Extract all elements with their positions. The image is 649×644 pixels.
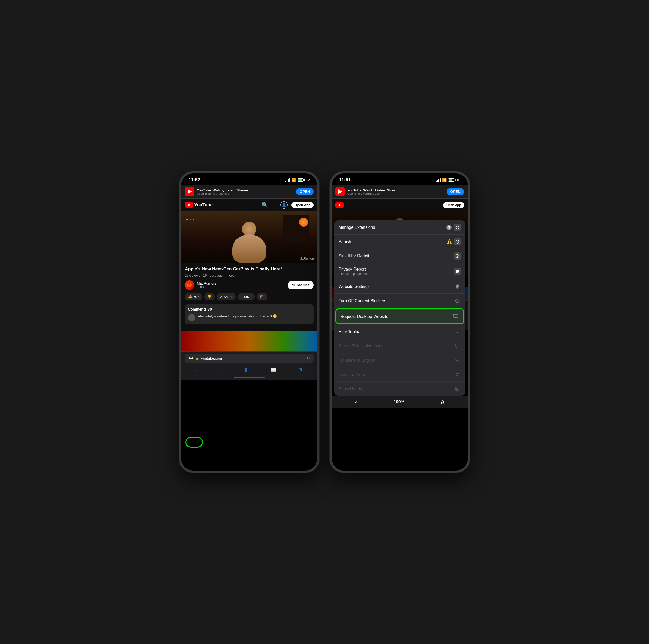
dropdown-menu: Manage Extensions 3 <box>334 220 465 396</box>
dislike-button[interactable]: 👎 <box>204 293 215 300</box>
menu-item-label-show-reader: Show Reader <box>339 386 454 391</box>
share-button[interactable]: ↗ Share <box>217 293 236 300</box>
menu-item-label-sink-it: Sink It for Reddit <box>339 253 454 258</box>
menu-item-manage-extensions[interactable]: Manage Extensions 3 <box>334 220 465 235</box>
dynamic-island <box>235 176 263 183</box>
menu-item-label-banish: Banish <box>339 239 446 244</box>
video-person-bg: MaRumors <box>181 211 317 263</box>
wifi-icon-2: 📶 <box>442 178 446 182</box>
svg-text:文: 文 <box>457 360 460 362</box>
address-bar-1[interactable]: AA 🔒 youtube.com ↻ <box>185 354 314 363</box>
action-row: 👍 797 👎 ↗ Share + Save 🚩 <box>185 293 314 300</box>
aa-button-1[interactable]: AA <box>188 356 193 360</box>
open-button-2[interactable]: OPEN <box>446 188 464 195</box>
menu-item-label-manage-extensions: Manage Extensions <box>339 225 446 230</box>
yt-logo-text: YouTube <box>194 202 213 208</box>
url-text-1: youtube.com <box>201 356 304 360</box>
open-app-bg[interactable]: Open App <box>443 202 464 208</box>
battery-pct-1: 82 <box>307 178 310 182</box>
hide-toolbar-icon <box>454 328 461 335</box>
status-time-1: 11:52 <box>188 177 200 182</box>
yt-logo: YouTube <box>185 202 213 208</box>
svg-rect-19 <box>456 374 458 376</box>
extensions-badge: 3 <box>446 225 452 230</box>
menu-item-label-translate: Translate to English <box>339 358 454 363</box>
comment-item: Absolutely murdered the pronunciation of… <box>188 314 310 321</box>
yt-play-icon <box>188 203 190 207</box>
menu-item-content-blockers[interactable]: Turn Off Content Blockers <box>334 294 465 308</box>
svg-rect-16 <box>456 344 459 347</box>
video-title: Apple's New Next-Gen CarPlay is Finally … <box>185 266 314 272</box>
commenter-avatar <box>188 314 195 321</box>
font-large-label[interactable]: A <box>441 399 444 405</box>
search-icon[interactable]: 🔍 <box>261 202 268 208</box>
sink-it-icon <box>454 252 461 260</box>
subscribe-button[interactable]: Subscribe <box>288 281 314 289</box>
menu-item-translate[interactable]: Translate to English A 文 <box>334 353 465 368</box>
video-meta: 27K views · 16 hours ago ...more <box>185 273 314 277</box>
battery-icon-2 <box>448 178 456 181</box>
video-info: Apple's New Next-Gen CarPlay is Finally … <box>181 263 317 331</box>
lock-icon-1: 🔒 <box>196 356 199 360</box>
menu-item-label-privacy-report: Privacy Report <box>339 267 454 272</box>
more-icon[interactable]: ⋮ <box>271 202 277 208</box>
menu-item-listen[interactable]: Listen to Page <box>334 368 465 382</box>
show-reader-icon <box>454 385 461 392</box>
menu-item-report-translation[interactable]: Report Translation Issue <box>334 339 465 353</box>
app-banner-2: YouTube: Watch, Listen, Stream Open in t… <box>332 185 468 199</box>
battery-icon <box>298 178 305 181</box>
share-nav-button-1[interactable]: ⬆ <box>241 366 251 374</box>
menu-item-website-settings[interactable]: Website Settings <box>334 280 465 294</box>
menu-item-desktop-website[interactable]: Request Desktop Website <box>335 308 464 324</box>
app-banner-text: YouTube: Watch, Listen, Stream Open in t… <box>197 188 293 195</box>
banish-icon <box>454 238 461 245</box>
svg-text:A: A <box>455 358 457 362</box>
video-thumbnail: MaRumors <box>181 211 317 263</box>
video-watermark: MaRumors <box>299 257 315 260</box>
aa-highlight-circle <box>185 437 203 448</box>
like-button[interactable]: 👍 797 <box>185 293 202 300</box>
bookmarks-button-1[interactable]: 📖 <box>268 366 279 374</box>
menu-item-show-reader[interactable]: Show Reader <box>334 382 465 396</box>
menu-item-label-hide-toolbar: Hide Toolbar <box>339 329 454 334</box>
svg-rect-0 <box>456 226 457 227</box>
app-banner-title: YouTube: Watch, Listen, Stream <box>197 188 293 192</box>
translate-icon: A 文 <box>454 356 461 364</box>
font-size-row: A 100% A <box>332 396 468 408</box>
app-banner-subtitle: Open in the YouTube app <box>197 192 293 195</box>
menu-item-banish[interactable]: Banish ⚠️ <box>334 235 465 249</box>
refresh-icon-1[interactable]: ↻ <box>307 356 310 361</box>
menu-item-sink-it[interactable]: Sink It for Reddit <box>334 249 465 263</box>
comments-header: Comments 80 <box>188 307 310 311</box>
channel-subs: 528K <box>197 286 216 289</box>
home-indicator-1 <box>234 377 265 378</box>
comment-text: Absolutely murdered the pronunciation of… <box>198 314 277 318</box>
menu-item-label-website-settings: Website Settings <box>339 284 454 289</box>
svg-rect-13 <box>453 314 458 317</box>
banish-warning-icon: ⚠️ <box>446 239 452 245</box>
yt-header-actions: 🔍 ⋮ 👤 Open App <box>261 201 314 209</box>
avatar-btn[interactable]: 👤 <box>280 201 288 209</box>
flag-button[interactable]: 🚩 <box>257 293 267 300</box>
content-blockers-icon <box>454 297 461 304</box>
desktop-website-icon <box>452 313 459 320</box>
menu-item-privacy-report[interactable]: Privacy Report 2 trackers prevented <box>334 263 465 280</box>
forward-button-1[interactable]: › <box>217 366 224 374</box>
bottom-content <box>181 331 317 351</box>
menu-item-hide-toolbar[interactable]: Hide Toolbar <box>334 325 465 339</box>
website-settings-icon <box>454 283 461 290</box>
dropdown-overlay: Manage Extensions 3 <box>332 220 468 408</box>
back-button-1[interactable]: ‹ <box>193 366 201 374</box>
font-small-label[interactable]: A <box>355 400 357 404</box>
yt-header-2-bg: Open App <box>332 199 468 212</box>
save-button[interactable]: + Save <box>238 293 255 300</box>
signal-icon-2 <box>436 178 440 182</box>
tabs-button-1[interactable]: ⧉ <box>296 366 305 374</box>
open-app-button-1[interactable]: Open App <box>291 202 314 208</box>
bottom-nav-1: ‹ › ⬆ 📖 ⧉ <box>185 365 314 376</box>
phone-1: 11:52 📶 82 <box>179 171 319 473</box>
svg-line-12 <box>456 299 459 302</box>
svg-point-5 <box>457 256 458 257</box>
play-icon <box>188 189 192 194</box>
open-button-1[interactable]: OPEN <box>296 188 314 195</box>
